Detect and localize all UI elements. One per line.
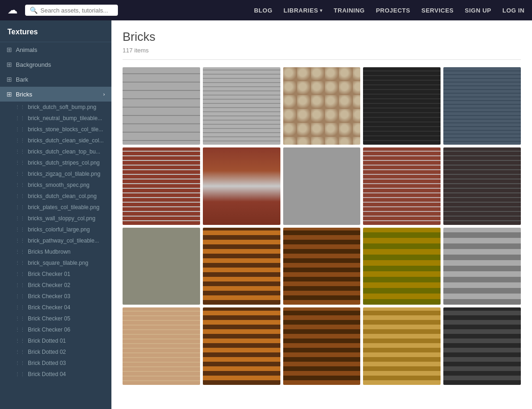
texture-icon: ⋮⋮ [15,249,25,255]
texture-item[interactable] [443,307,521,385]
texture-item[interactable] [123,228,200,305]
texture-item[interactable] [443,228,521,305]
subcategory-label: brick_neutral_bump_tileable... [28,115,102,121]
subcategory-label: brick_dutch_soft_bump.png [28,104,96,110]
texture-icon: ⋮⋮ [15,327,25,333]
texture-icon: ⋮⋮ [15,238,25,244]
texture-grid: Brick Checker 05 4096 x 4096 ✦ Bump Disp… [123,67,521,385]
subcategory-item[interactable]: ⋮⋮ Bricks Mudbrown [0,246,111,257]
grid-icon: ⊞ [6,61,12,68]
sidebar-item-label: Bark [16,76,28,83]
nav-services[interactable]: SERVICES [422,7,454,14]
sidebar-item-animals[interactable]: ⊞ Animals [0,42,111,57]
texture-item[interactable] [283,67,361,145]
subcategory-item[interactable]: ⋮⋮ Brick Checker 05 [0,313,111,324]
app-layout: Textures ⊞ Animals ⊞ Backgrounds ⊞ Bark … [0,20,532,409]
texture-icon: ⋮⋮ [15,282,25,288]
subcategory-brick-dotted-01[interactable]: ⋮⋮ Brick Dotted 01 [0,335,111,346]
texture-item-brick-checker-05[interactable]: Brick Checker 05 4096 x 4096 ✦ Bump Disp… [203,228,280,305]
subcategory-item[interactable]: ⋮⋮ Brick Checker 01 [0,268,111,280]
texture-icon: ⋮⋮ [15,182,25,188]
texture-item[interactable] [363,147,441,225]
texture-icon: ⋮⋮ [15,260,25,266]
subcategory-label: Brick Dotted 03 [28,360,66,366]
texture-item[interactable] [283,228,361,305]
subcategory-item[interactable]: ⋮⋮ brick_neutral_bump_tileable... [0,113,111,124]
texture-item[interactable] [123,67,200,145]
logo[interactable]: ☁ [7,4,18,16]
subcategory-label: Brick Checker 05 [28,315,70,322]
texture-item[interactable] [443,147,521,225]
texture-icon: ⋮⋮ [15,193,25,199]
subcategory-brick-dotted-02[interactable]: ⋮⋮ Brick Dotted 02 [0,346,111,358]
sidebar-item-bricks[interactable]: ⊞ Bricks › [0,87,111,102]
texture-icon: ⋮⋮ [15,227,25,233]
subcategory-item[interactable]: ⋮⋮ bricks_dutch_clean_side_col... [0,135,111,146]
subcategory-label: bricks_wall_sloppy_col.png [28,215,95,222]
texture-item[interactable] [363,228,441,305]
texture-item[interactable] [123,147,200,225]
nav-projects[interactable]: PROJECTS [376,7,410,14]
subcategory-item[interactable]: ⋮⋮ Brick Checker 06 [0,324,111,335]
page-title: Bricks [123,30,521,44]
texture-item[interactable] [363,67,441,145]
search-input[interactable] [40,7,113,14]
sidebar-item-label: Backgrounds [16,61,51,68]
texture-item[interactable] [203,67,280,145]
sidebar-item-backgrounds[interactable]: ⊞ Backgrounds [0,57,111,72]
main-content: Bricks 117 items Brick Checker 05 [111,20,532,409]
subcategory-label: brick_square_tilable.png [28,260,88,266]
grid-icon: ⊞ [6,76,12,83]
texture-icon: ⋮⋮ [15,305,25,311]
texture-item[interactable] [363,307,441,385]
texture-icon: ⋮⋮ [15,316,25,322]
texture-icon: ⋮⋮ [15,138,25,144]
nav-login[interactable]: LOG IN [502,7,525,14]
subcategory-brick-dotted-03[interactable]: ⋮⋮ Brick Dotted 03 [0,358,111,369]
subcategory-label: bricks_colorful_large.png [28,226,90,233]
subcategory-item[interactable]: ⋮⋮ Brick Checker 02 [0,280,111,291]
texture-icon: ⋮⋮ [15,216,25,222]
subcategory-label: Brick Checker 02 [28,282,70,288]
nav-signup[interactable]: SIGN UP [465,7,491,14]
nav-links: BLOG LIBRARIES ▾ TRAINING PROJECTS SERVI… [254,7,525,14]
sidebar-item-bark[interactable]: ⊞ Bark [0,72,111,87]
subcategory-item[interactable]: ⋮⋮ bricks_dutch_stripes_col.png [0,157,111,168]
texture-item[interactable] [123,307,200,385]
subcategory-item[interactable]: ⋮⋮ bricks_dutch_clean_top_bu... [0,146,111,157]
subcategory-brick-dotted-04[interactable]: ⋮⋮ Brick Dotted 04 [0,369,111,380]
sidebar-item-label: Bricks [16,91,32,98]
subcategory-label: Brick Checker 03 [28,293,70,300]
subcategory-label: Brick Checker 04 [28,304,70,311]
texture-item[interactable] [443,67,521,145]
texture-item[interactable] [203,147,280,225]
texture-item[interactable] [283,307,361,385]
texture-icon: ⋮⋮ [15,171,25,177]
texture-item[interactable] [283,147,361,225]
subcategory-item[interactable]: ⋮⋮ Brick Checker 04 [0,302,111,313]
nav-training[interactable]: TRAINING [334,7,365,14]
search-bar: 🔍 [25,5,118,16]
subcategory-item[interactable]: ⋮⋮ bricks_smooth_spec.png [0,179,111,191]
subcategory-item[interactable]: ⋮⋮ bricks_colorful_large.png [0,224,111,235]
sidebar-title: Textures [0,20,111,42]
subcategory-item[interactable]: ⋮⋮ brick_pathway_col_tileable... [0,235,111,246]
subcategory-label: Brick Dotted 02 [28,349,66,355]
subcategory-item[interactable]: ⋮⋮ brick_dutch_soft_bump.png [0,102,111,113]
texture-item[interactable] [203,307,280,385]
texture-icon: ⋮⋮ [15,338,25,344]
subcategory-item[interactable]: ⋮⋮ brick_plates_col_tileable.png [0,202,111,213]
chevron-right-icon: › [103,91,105,97]
subcategory-item[interactable]: ⋮⋮ Brick Checker 03 [0,291,111,302]
nav-libraries[interactable]: LIBRARIES ▾ [284,7,323,14]
texture-icon: ⋮⋮ [15,271,25,277]
subcategory-item[interactable]: ⋮⋮ brick_square_tilable.png [0,257,111,268]
subcategory-label: bricks_smooth_spec.png [28,182,90,188]
subcategory-item[interactable]: ⋮⋮ bricks_dutch_clean_col.png [0,191,111,202]
texture-icon: ⋮⋮ [15,160,25,166]
sidebar: Textures ⊞ Animals ⊞ Backgrounds ⊞ Bark … [0,20,111,409]
subcategory-item[interactable]: ⋮⋮ bricks_wall_sloppy_col.png [0,213,111,224]
subcategory-item[interactable]: ⋮⋮ bricks_zigzag_col_tilable.png [0,168,111,179]
nav-blog[interactable]: BLOG [254,7,272,14]
subcategory-item[interactable]: ⋮⋮ bricks_stone_blocks_col_tile... [0,124,111,135]
